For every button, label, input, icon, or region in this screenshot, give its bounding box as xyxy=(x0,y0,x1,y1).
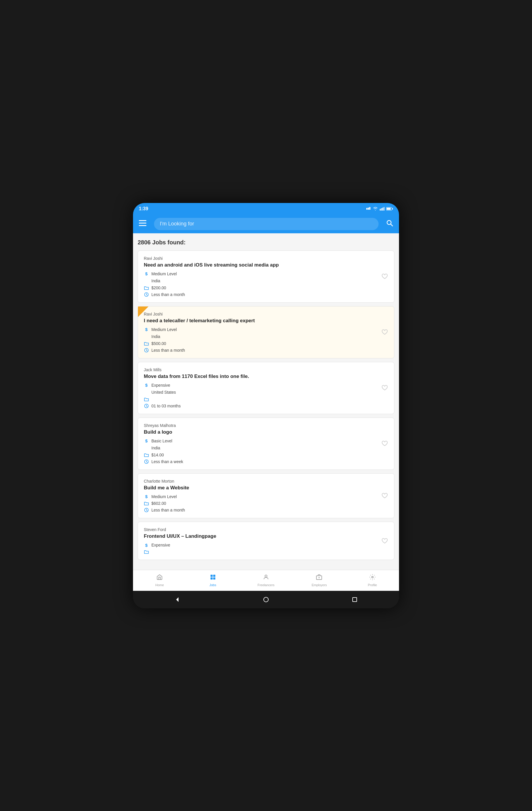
duration-row: 01 to 03 months xyxy=(144,403,388,409)
nav-profile-label: Profile xyxy=(368,583,377,587)
job-card-6[interactable]: Steven FordFrontend UI/UX – Landingpage … xyxy=(138,522,394,560)
clock-icon xyxy=(144,348,149,353)
status-icons xyxy=(366,207,393,211)
favorite-button[interactable] xyxy=(380,536,390,546)
folder-icon xyxy=(144,501,149,506)
job-level: Expensive xyxy=(151,383,170,387)
level-row: $ Medium Level xyxy=(144,271,388,276)
level-row: $ Medium Level xyxy=(144,494,388,499)
job-duration: Less than a month xyxy=(151,292,185,297)
location-row: India xyxy=(144,446,388,450)
search-bar[interactable]: I'm Looking for xyxy=(154,218,379,230)
sim-icon xyxy=(366,207,371,211)
svg-point-28 xyxy=(371,576,373,578)
svg-rect-6 xyxy=(384,207,385,211)
home-button[interactable] xyxy=(260,594,272,606)
svg-line-14 xyxy=(391,224,393,226)
job-meta: $ Basic Level India $14.00 Less than a w… xyxy=(144,438,388,464)
jobs-icon xyxy=(210,574,216,582)
job-title: Frontend UI/UX – Landingpage xyxy=(144,533,388,539)
budget-row: $200.00 xyxy=(144,285,388,290)
device-frame: 1:39 xyxy=(133,203,399,608)
nav-freelancers-label: Freelancers xyxy=(258,583,274,587)
job-level: Medium Level xyxy=(151,327,177,332)
job-title: Build me a Website xyxy=(144,485,388,491)
budget-row xyxy=(144,549,388,554)
nav-profile[interactable]: Profile xyxy=(346,571,399,589)
dollar-icon: $ xyxy=(144,542,149,548)
job-card-3[interactable]: Jack MillsMove data from 1170 Excel file… xyxy=(138,362,394,414)
dollar-icon: $ xyxy=(144,327,149,332)
nav-jobs[interactable]: Jobs xyxy=(186,571,239,589)
folder-icon xyxy=(144,285,149,290)
level-row: $ Medium Level xyxy=(144,327,388,332)
home-icon xyxy=(156,574,163,582)
job-budget: $200.00 xyxy=(151,286,166,290)
svg-rect-31 xyxy=(353,598,357,602)
job-title: Build a logo xyxy=(144,429,388,435)
clock-icon xyxy=(144,507,149,513)
svg-point-30 xyxy=(264,597,268,602)
job-budget: $602.00 xyxy=(151,501,166,506)
search-placeholder: I'm Looking for xyxy=(160,221,194,227)
top-bar: I'm Looking for xyxy=(133,215,399,233)
job-meta: $ Medium Level $602.00 Less than a month xyxy=(144,494,388,513)
level-row: $ Expensive xyxy=(144,383,388,388)
freelancers-icon xyxy=(263,574,269,582)
favorite-button[interactable] xyxy=(380,491,390,501)
job-title: Need an android and iOS live streaming s… xyxy=(144,262,388,268)
job-card-5[interactable]: Charlotte MortonBuild me a Website $ Med… xyxy=(138,473,394,518)
main-content: 2806 Jobs found: Ravi JoshiNeed an andro… xyxy=(133,233,399,570)
folder-icon xyxy=(144,549,149,554)
menu-button[interactable] xyxy=(139,220,147,228)
favorite-button[interactable] xyxy=(380,439,390,448)
favorite-button[interactable] xyxy=(380,272,390,281)
job-duration: Less than a week xyxy=(151,459,183,464)
svg-rect-10 xyxy=(139,220,147,221)
clock-icon xyxy=(144,292,149,297)
job-card-2[interactable]: Ravi JoshiI need a telecaller / telemark… xyxy=(138,306,394,358)
job-level: Basic Level xyxy=(151,439,172,443)
search-icon[interactable] xyxy=(386,219,393,228)
folder-icon xyxy=(144,452,149,458)
recents-button[interactable] xyxy=(349,594,361,606)
back-button[interactable] xyxy=(171,594,183,606)
nav-employers[interactable]: Employers xyxy=(292,571,346,589)
svg-marker-29 xyxy=(176,597,179,602)
dollar-icon: $ xyxy=(144,271,149,276)
folder-icon xyxy=(144,397,149,402)
status-bar: 1:39 xyxy=(133,203,399,215)
duration-row: Less than a week xyxy=(144,459,388,464)
favorite-button[interactable] xyxy=(380,383,390,393)
level-row: $ Expensive xyxy=(144,542,388,548)
favorite-button[interactable] xyxy=(380,327,390,337)
location-row: United States xyxy=(144,390,388,395)
nav-home-label: Home xyxy=(155,583,164,587)
employer-name: Shreyas Malhotra xyxy=(144,423,388,428)
svg-rect-0 xyxy=(366,208,367,210)
wifi-icon xyxy=(373,207,378,211)
nav-home[interactable]: Home xyxy=(133,571,186,589)
svg-rect-21 xyxy=(213,575,215,577)
job-meta: $ Medium Level India $500.00 Less than a… xyxy=(144,327,388,353)
jobs-count: 2806 Jobs found: xyxy=(138,239,394,246)
job-level: Medium Level xyxy=(151,494,177,499)
job-budget: $500.00 xyxy=(151,341,166,346)
dollar-icon: $ xyxy=(144,494,149,499)
svg-rect-4 xyxy=(381,208,382,211)
dollar-icon: $ xyxy=(144,438,149,444)
nav-freelancers[interactable]: Freelancers xyxy=(240,571,292,589)
budget-row xyxy=(144,397,388,402)
svg-rect-1 xyxy=(368,208,369,210)
duration-row: Less than a month xyxy=(144,348,388,353)
job-card-1[interactable]: Ravi JoshiNeed an android and iOS live s… xyxy=(138,250,394,303)
job-duration: Less than a month xyxy=(151,508,185,512)
job-meta: $ Expensive United States 01 to 03 month… xyxy=(144,383,388,409)
featured-corner xyxy=(138,306,149,317)
employer-name: Ravi Joshi xyxy=(144,256,388,261)
nav-jobs-label: Jobs xyxy=(209,583,216,587)
dollar-icon: $ xyxy=(144,383,149,388)
budget-row: $602.00 xyxy=(144,501,388,506)
job-level: Expensive xyxy=(151,543,170,547)
job-card-4[interactable]: Shreyas MalhotraBuild a logo $ Basic Lev… xyxy=(138,418,394,470)
